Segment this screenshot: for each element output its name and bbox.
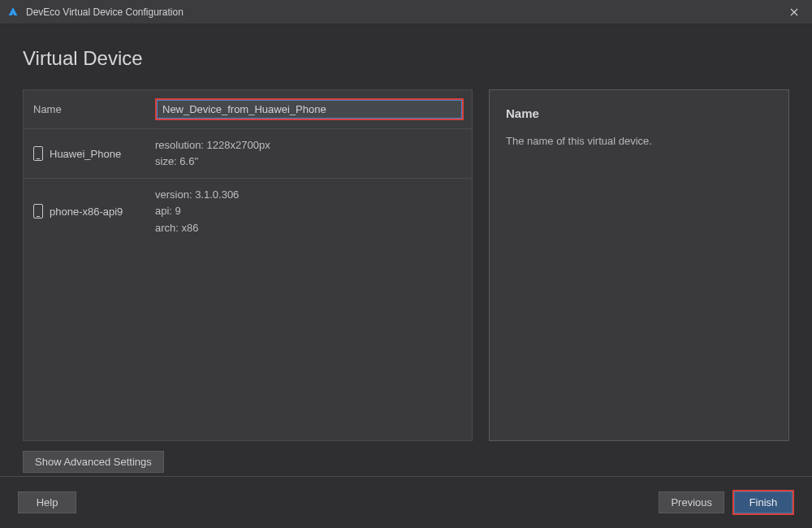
device-detail-line: api: 9	[155, 203, 464, 219]
previous-button[interactable]: Previous	[659, 491, 724, 513]
name-input-highlight	[155, 98, 464, 120]
device-row[interactable]: Huawei_Phone resolution: 1228x2700px siz…	[24, 128, 472, 178]
window-title: DevEco Virtual Device Configuration	[26, 6, 783, 18]
device-detail-line: arch: x86	[155, 220, 464, 236]
device-details: resolution: 1228x2700px size: 6.6"	[155, 137, 464, 170]
titlebar: DevEco Virtual Device Configuration	[0, 0, 812, 24]
device-label: Huawei_Phone	[33, 146, 147, 161]
device-details: version: 3.1.0.306 api: 9 arch: x86	[155, 187, 464, 236]
show-advanced-button[interactable]: Show Advanced Settings	[23, 451, 164, 473]
device-name: Huawei_Phone	[50, 148, 121, 160]
close-button[interactable]	[783, 1, 806, 24]
help-button[interactable]: Help	[18, 491, 76, 513]
content-area: Virtual Device Name Huawei_Phone resolut…	[0, 24, 812, 476]
page-title: Virtual Device	[23, 47, 789, 70]
device-label: phone-x86-api9	[33, 204, 147, 219]
config-panel: Name Huawei_Phone resolution: 1228x2700p…	[23, 89, 473, 441]
finish-button-highlight: Finish	[732, 490, 794, 515]
device-detail-line: size: 6.6"	[155, 154, 464, 170]
info-body: The name of this virtual device.	[506, 135, 772, 147]
phone-icon	[33, 204, 43, 219]
advanced-row: Show Advanced Settings	[23, 451, 789, 473]
info-title: Name	[506, 106, 772, 120]
finish-button[interactable]: Finish	[734, 491, 793, 513]
name-label: Name	[33, 103, 147, 115]
device-detail-line: version: 3.1.0.306	[155, 187, 464, 203]
info-panel: Name The name of this virtual device.	[489, 89, 789, 441]
app-logo-icon	[6, 6, 19, 19]
phone-icon	[33, 146, 43, 161]
name-row: Name	[24, 90, 472, 128]
device-name: phone-x86-api9	[50, 206, 123, 218]
device-name-input[interactable]	[157, 100, 462, 119]
device-detail-line: resolution: 1228x2700px	[155, 137, 464, 154]
footer: Help Previous Finish	[0, 476, 812, 528]
device-row[interactable]: phone-x86-api9 version: 3.1.0.306 api: 9…	[24, 178, 472, 244]
panels: Name Huawei_Phone resolution: 1228x2700p…	[23, 89, 789, 441]
